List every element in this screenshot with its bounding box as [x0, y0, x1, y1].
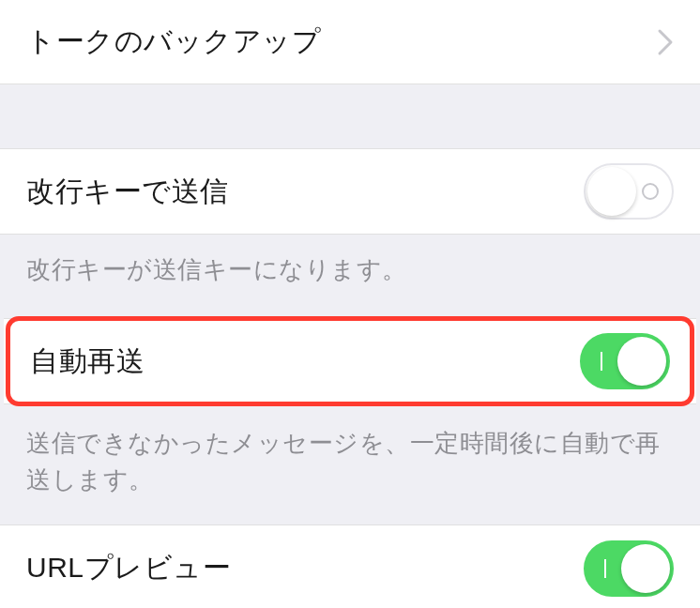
toggle-url-preview[interactable] [584, 540, 674, 597]
settings-row-enter-send[interactable]: 改行キーで送信 [0, 148, 700, 235]
toggle-knob [617, 337, 666, 386]
row-description: 送信できなかったメッセージを、一定時間後に自動で再送します。 [0, 408, 700, 524]
settings-row-auto-resend[interactable]: 自動再送 [4, 318, 696, 404]
row-label: トークのバックアップ [26, 23, 321, 61]
highlighted-section: 自動再送 [0, 314, 700, 408]
settings-row-url-preview[interactable]: URLプレビュー [0, 524, 700, 608]
toggle-auto-resend[interactable] [580, 333, 670, 389]
chevron-right-icon [657, 28, 674, 56]
toggle-off-indicator-icon [642, 183, 659, 200]
row-label: URLプレビュー [26, 549, 231, 587]
toggle-enter-send[interactable] [584, 163, 674, 220]
settings-row-talk-backup[interactable]: トークのバックアップ [0, 0, 700, 84]
row-label: 改行キーで送信 [26, 173, 229, 211]
toggle-knob [621, 544, 670, 593]
toggle-on-indicator-icon [601, 352, 602, 371]
toggle-knob [587, 167, 636, 216]
row-description: 改行キーが送信キーになります。 [0, 235, 700, 314]
row-label: 自動再送 [30, 342, 145, 381]
toggle-on-indicator-icon [604, 559, 606, 578]
section-gap [0, 84, 700, 148]
